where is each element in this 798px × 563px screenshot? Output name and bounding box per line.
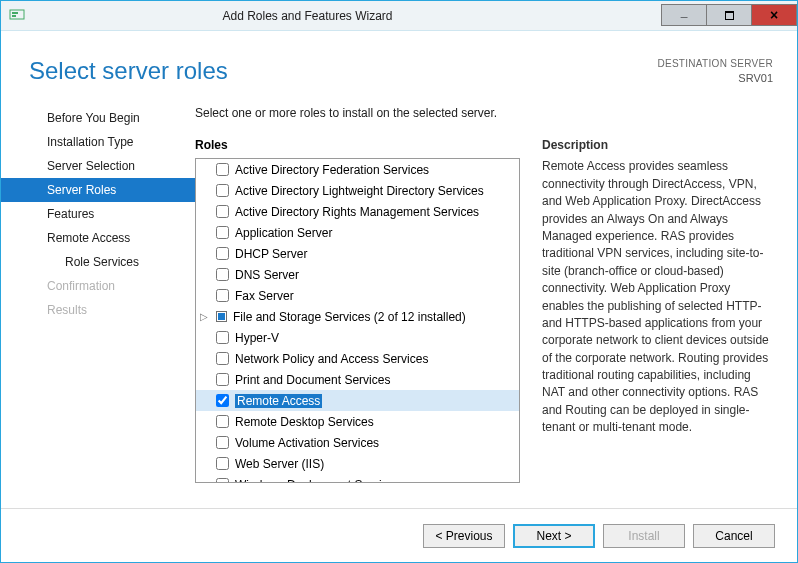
- role-checkbox[interactable]: [216, 436, 229, 449]
- role-row[interactable]: Active Directory Federation Services: [196, 159, 519, 180]
- install-button[interactable]: Install: [603, 524, 685, 548]
- role-row[interactable]: Network Policy and Access Services: [196, 348, 519, 369]
- content-area: Select server roles DESTINATION SERVER S…: [1, 31, 797, 508]
- expand-icon[interactable]: ▷: [200, 311, 208, 322]
- role-checkbox[interactable]: [216, 205, 229, 218]
- role-label: File and Storage Services (2 of 12 insta…: [233, 310, 466, 324]
- page-title: Select server roles: [29, 57, 228, 85]
- next-button[interactable]: Next >: [513, 524, 595, 548]
- nav-item-installation-type[interactable]: Installation Type: [25, 130, 195, 154]
- role-checkbox[interactable]: [216, 394, 229, 407]
- close-button[interactable]: ×: [751, 4, 797, 26]
- role-label: Active Directory Rights Management Servi…: [235, 205, 479, 219]
- description-label: Description: [542, 138, 773, 152]
- nav-item-remote-access[interactable]: Remote Access: [25, 226, 195, 250]
- role-checkbox[interactable]: [216, 247, 229, 260]
- nav-item-server-selection[interactable]: Server Selection: [25, 154, 195, 178]
- role-row[interactable]: Remote Access: [196, 390, 519, 411]
- role-label: Volume Activation Services: [235, 436, 379, 450]
- role-checkbox[interactable]: [216, 373, 229, 386]
- role-checkbox[interactable]: [216, 415, 229, 428]
- role-checkbox[interactable]: [216, 478, 229, 483]
- maximize-button[interactable]: [706, 4, 752, 26]
- nav-item-results: Results: [25, 298, 195, 322]
- role-label: Remote Desktop Services: [235, 415, 374, 429]
- nav-item-features[interactable]: Features: [25, 202, 195, 226]
- role-row[interactable]: Remote Desktop Services: [196, 411, 519, 432]
- checkbox-partial[interactable]: [216, 311, 227, 322]
- role-row[interactable]: Hyper-V: [196, 327, 519, 348]
- role-row[interactable]: Active Directory Rights Management Servi…: [196, 201, 519, 222]
- role-label: DNS Server: [235, 268, 299, 282]
- role-label: Windows Deployment Services: [235, 478, 400, 484]
- role-label: Active Directory Lightweight Directory S…: [235, 184, 484, 198]
- role-label: Fax Server: [235, 289, 294, 303]
- cancel-button[interactable]: Cancel: [693, 524, 775, 548]
- roles-label: Roles: [195, 138, 520, 152]
- role-row[interactable]: DHCP Server: [196, 243, 519, 264]
- role-checkbox[interactable]: [216, 184, 229, 197]
- main-pane: Select one or more roles to install on t…: [195, 106, 773, 502]
- description-text: Remote Access provides seamless connecti…: [542, 158, 773, 436]
- role-row[interactable]: Windows Deployment Services: [196, 474, 519, 483]
- role-label: Print and Document Services: [235, 373, 390, 387]
- role-checkbox[interactable]: [216, 457, 229, 470]
- role-label: Network Policy and Access Services: [235, 352, 428, 366]
- role-row[interactable]: DNS Server: [196, 264, 519, 285]
- destination-label: DESTINATION SERVER: [657, 57, 773, 71]
- nav-item-before-you-begin[interactable]: Before You Begin: [25, 106, 195, 130]
- role-row[interactable]: Active Directory Lightweight Directory S…: [196, 180, 519, 201]
- role-row[interactable]: Volume Activation Services: [196, 432, 519, 453]
- role-label: Hyper-V: [235, 331, 279, 345]
- previous-button[interactable]: < Previous: [423, 524, 505, 548]
- nav-item-server-roles[interactable]: Server Roles: [1, 178, 195, 202]
- role-checkbox[interactable]: [216, 352, 229, 365]
- role-label: Web Server (IIS): [235, 457, 324, 471]
- role-checkbox[interactable]: [216, 163, 229, 176]
- wizard-nav: Before You BeginInstallation TypeServer …: [25, 106, 195, 502]
- role-label: DHCP Server: [235, 247, 307, 261]
- window-title: Add Roles and Features Wizard: [0, 9, 662, 23]
- destination-info: DESTINATION SERVER SRV01: [657, 57, 773, 86]
- role-row[interactable]: Print and Document Services: [196, 369, 519, 390]
- role-checkbox[interactable]: [216, 268, 229, 281]
- role-row[interactable]: ▷File and Storage Services (2 of 12 inst…: [196, 306, 519, 327]
- role-checkbox[interactable]: [216, 289, 229, 302]
- minimize-button[interactable]: _: [661, 4, 707, 26]
- role-checkbox[interactable]: [216, 331, 229, 344]
- nav-item-confirmation: Confirmation: [25, 274, 195, 298]
- window-buttons: _ ×: [662, 5, 797, 26]
- instruction-text: Select one or more roles to install on t…: [195, 106, 773, 120]
- roles-listbox[interactable]: Active Directory Federation ServicesActi…: [195, 158, 520, 483]
- destination-value: SRV01: [657, 71, 773, 86]
- role-label: Active Directory Federation Services: [235, 163, 429, 177]
- nav-item-role-services[interactable]: Role Services: [25, 250, 195, 274]
- role-label: Application Server: [235, 226, 332, 240]
- role-row[interactable]: Fax Server: [196, 285, 519, 306]
- wizard-window: Add Roles and Features Wizard _ × Select…: [0, 0, 798, 563]
- role-checkbox[interactable]: [216, 226, 229, 239]
- role-label: Remote Access: [235, 394, 322, 408]
- footer-bar: < Previous Next > Install Cancel: [1, 508, 797, 562]
- role-row[interactable]: Web Server (IIS): [196, 453, 519, 474]
- role-row[interactable]: Application Server: [196, 222, 519, 243]
- title-bar: Add Roles and Features Wizard _ ×: [1, 1, 797, 31]
